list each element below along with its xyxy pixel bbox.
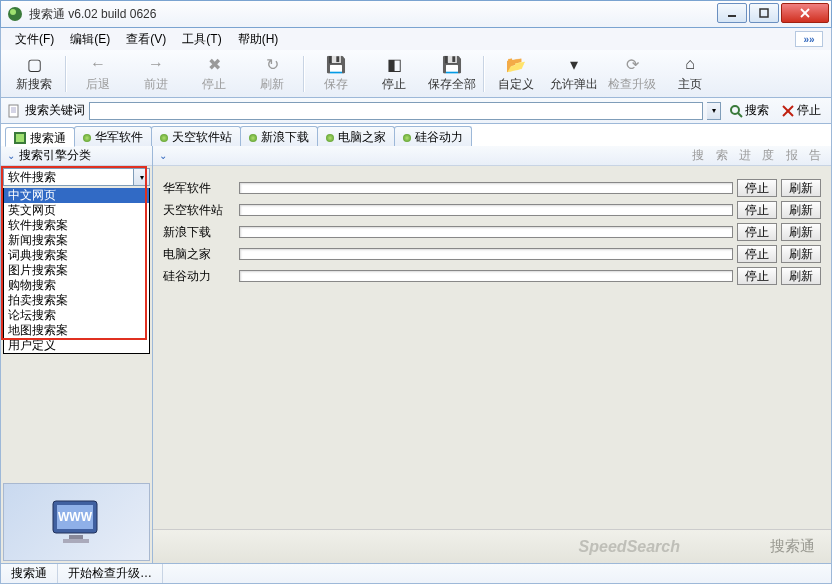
tab-engine-2[interactable]: 天空软件站 xyxy=(151,126,241,146)
saveall-button[interactable]: 💾保存全部 xyxy=(423,52,481,96)
brand-footer: SpeedSearch 搜索通 xyxy=(153,529,831,563)
combo-dropdown-button[interactable]: ▾ xyxy=(133,169,149,185)
menubar: 文件(F) 编辑(E) 查看(V) 工具(T) 帮助(H) »» xyxy=(0,28,832,50)
status-cell-2: 开始检查升级… xyxy=(58,564,163,583)
category-option[interactable]: 中文网页 xyxy=(4,188,149,203)
progress-label: 天空软件站 xyxy=(163,202,239,219)
titlebar: 搜索通 v6.02 build 0626 xyxy=(0,0,832,28)
tab-main-icon xyxy=(14,132,26,144)
row-stop-button[interactable]: 停止 xyxy=(737,223,777,241)
svg-rect-19 xyxy=(69,535,83,539)
stop2-button[interactable]: ◧停止 xyxy=(365,52,423,96)
tab-engine-3[interactable]: 新浪下载 xyxy=(240,126,318,146)
engine-dot-icon xyxy=(249,134,257,142)
engine-dot-icon xyxy=(83,134,91,142)
stop-icon: ✖ xyxy=(204,54,224,74)
progress-row: 华军软件停止刷新 xyxy=(163,178,821,198)
home-button[interactable]: ⌂主页 xyxy=(661,52,719,96)
stop-button[interactable]: ✖停止 xyxy=(185,52,243,96)
document-icon: ▢ xyxy=(24,54,44,74)
custom-button[interactable]: 📂自定义 xyxy=(487,52,545,96)
category-option[interactable]: 英文网页 xyxy=(4,203,149,218)
window-title: 搜索通 v6.02 build 0626 xyxy=(29,6,717,23)
progress-row: 新浪下载停止刷新 xyxy=(163,222,821,242)
category-option[interactable]: 词典搜索案 xyxy=(4,248,149,263)
category-option[interactable]: 拍卖搜索案 xyxy=(4,293,149,308)
forward-button[interactable]: →前进 xyxy=(127,52,185,96)
menu-file[interactable]: 文件(F) xyxy=(9,29,60,50)
progress-label: 电脑之家 xyxy=(163,246,239,263)
tab-engine-1[interactable]: 华军软件 xyxy=(74,126,152,146)
save-button[interactable]: 💾保存 xyxy=(307,52,365,96)
progress-bar xyxy=(239,248,733,260)
svg-text:WWW: WWW xyxy=(58,510,93,524)
engine-dot-icon xyxy=(160,134,168,142)
stop2-icon: ◧ xyxy=(384,54,404,74)
window-buttons xyxy=(717,1,831,27)
svg-rect-15 xyxy=(16,134,24,142)
svg-rect-20 xyxy=(63,539,89,543)
row-refresh-button[interactable]: 刷新 xyxy=(781,223,821,241)
row-refresh-button[interactable]: 刷新 xyxy=(781,267,821,285)
search-label-text: 搜索关键词 xyxy=(25,102,85,119)
category-combo[interactable]: 软件搜索 ▾ xyxy=(3,168,150,186)
menu-expand-button[interactable]: »» xyxy=(795,31,823,47)
maximize-button[interactable] xyxy=(749,3,779,23)
row-refresh-button[interactable]: 刷新 xyxy=(781,179,821,197)
left-panel-title: 搜索引擎分类 xyxy=(19,147,91,164)
back-button[interactable]: ←后退 xyxy=(69,52,127,96)
category-dropdown: 中文网页英文网页软件搜索案新闻搜索案词典搜索案图片搜索案购物搜索拍卖搜索案论坛搜… xyxy=(3,188,150,354)
progress-label: 新浪下载 xyxy=(163,224,239,241)
category-option[interactable]: 新闻搜索案 xyxy=(4,233,149,248)
preview-thumbnail: WWW xyxy=(3,483,150,561)
tab-engine-5[interactable]: 硅谷动力 xyxy=(394,126,472,146)
category-option[interactable]: 论坛搜索 xyxy=(4,308,149,323)
left-panel-header[interactable]: ⌄ 搜索引擎分类 xyxy=(1,146,152,166)
row-stop-button[interactable]: 停止 xyxy=(737,245,777,263)
close-button[interactable] xyxy=(781,3,829,23)
category-option[interactable]: 软件搜索案 xyxy=(4,218,149,233)
row-refresh-button[interactable]: 刷新 xyxy=(781,201,821,219)
popup-icon: ▾ xyxy=(564,54,584,74)
save-icon: 💾 xyxy=(326,54,346,74)
tab-main[interactable]: 搜索通 xyxy=(5,127,75,147)
row-refresh-button[interactable]: 刷新 xyxy=(781,245,821,263)
tab-row: 搜索通 华军软件 天空软件站 新浪下载 电脑之家 硅谷动力 xyxy=(0,124,832,146)
search-stop-button[interactable]: 停止 xyxy=(777,102,825,119)
cancel-icon xyxy=(781,104,795,118)
tab-engine-4[interactable]: 电脑之家 xyxy=(317,126,395,146)
search-label: 搜索关键词 xyxy=(7,102,85,119)
refresh-icon: ↻ xyxy=(262,54,282,74)
menu-tools[interactable]: 工具(T) xyxy=(176,29,227,50)
search-row: 搜索关键词 ▾ 搜索 停止 xyxy=(0,98,832,124)
progress-title: 搜 索 进 度 报 告 xyxy=(692,147,825,164)
progress-bar xyxy=(239,226,733,238)
category-option[interactable]: 图片搜索案 xyxy=(4,263,149,278)
progress-bar xyxy=(239,270,733,282)
minimize-button[interactable] xyxy=(717,3,747,23)
menu-view[interactable]: 查看(V) xyxy=(120,29,172,50)
search-icon xyxy=(729,104,743,118)
svg-point-1 xyxy=(10,9,16,15)
row-stop-button[interactable]: 停止 xyxy=(737,267,777,285)
category-option[interactable]: 用户定义 xyxy=(4,338,149,353)
svg-rect-6 xyxy=(9,105,18,117)
row-stop-button[interactable]: 停止 xyxy=(737,201,777,219)
update-button[interactable]: ⟳检查升级 xyxy=(603,52,661,96)
popup-button[interactable]: ▾允许弹出 xyxy=(545,52,603,96)
menu-help[interactable]: 帮助(H) xyxy=(232,29,285,50)
search-dropdown-button[interactable]: ▾ xyxy=(707,102,721,120)
right-panel-header[interactable]: ⌄ 搜 索 进 度 报 告 xyxy=(153,146,831,166)
toolbar: ▢新搜索 ←后退 →前进 ✖停止 ↻刷新 💾保存 ◧停止 💾保存全部 📂自定义 … xyxy=(0,50,832,98)
category-option[interactable]: 地图搜索案 xyxy=(4,323,149,338)
search-input[interactable] xyxy=(89,102,703,120)
new-search-button[interactable]: ▢新搜索 xyxy=(5,52,63,96)
menu-edit[interactable]: 编辑(E) xyxy=(64,29,116,50)
category-option[interactable]: 购物搜索 xyxy=(4,278,149,293)
chevron-down-icon: ⌄ xyxy=(7,150,15,161)
search-button[interactable]: 搜索 xyxy=(725,102,773,119)
refresh-button[interactable]: ↻刷新 xyxy=(243,52,301,96)
chevron-down-icon: ⌄ xyxy=(159,150,171,161)
row-stop-button[interactable]: 停止 xyxy=(737,179,777,197)
progress-row: 硅谷动力停止刷新 xyxy=(163,266,821,286)
